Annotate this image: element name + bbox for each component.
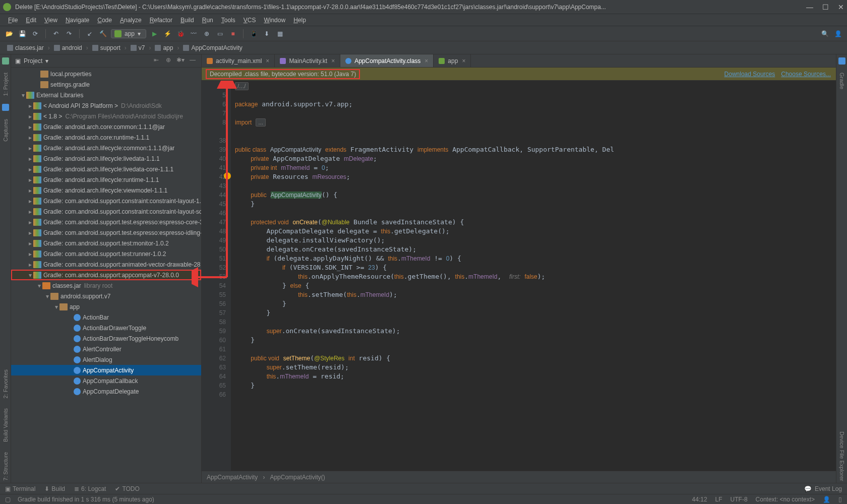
code-editor[interactable]: 4567838394041424344454647484950515253545… [202, 81, 836, 471]
gear-icon[interactable]: ✱▾ [176, 56, 185, 66]
layout-inspector-icon[interactable]: ▦ [275, 29, 285, 39]
tree-item[interactable]: ▸Gradle: android.arch.lifecycle:livedata… [11, 164, 201, 174]
tree-item[interactable]: ▸< 1.8 >C:\Program Files\Android\Android… [11, 111, 201, 121]
tree-item[interactable]: AlertDialog [11, 354, 201, 365]
menu-navigate[interactable]: Navigate [62, 16, 93, 25]
close-tab-icon[interactable]: × [425, 57, 428, 65]
tab-mainactivity-kt[interactable]: MainActivity.kt× [275, 54, 340, 67]
tree-item[interactable]: ▾Gradle: com.android.support:appcompat-v… [11, 270, 201, 280]
menu-tools[interactable]: Tools [217, 16, 239, 25]
back-icon[interactable]: ↙ [85, 29, 95, 39]
tree-item[interactable]: ActionBarDrawerToggleHoneycomb [11, 333, 201, 344]
menu-help[interactable]: Help [289, 16, 310, 25]
sdk-icon[interactable]: ⬇ [262, 29, 272, 39]
tree-item[interactable]: settings.gradle [11, 79, 201, 90]
stop-button[interactable]: ■ [228, 29, 238, 39]
redo-icon[interactable]: ↷ [64, 29, 74, 39]
breadcrumb-app[interactable]: app [152, 43, 176, 52]
download-sources-link[interactable]: Download Sources [724, 71, 775, 78]
menu-edit[interactable]: Edit [22, 16, 40, 25]
apply-changes-icon[interactable]: ⚡ [162, 29, 172, 39]
undo-icon[interactable]: ↶ [51, 29, 61, 39]
event-log-label[interactable]: Event Log [815, 485, 842, 492]
tree-item[interactable]: ▸Gradle: android.arch.core:common:1.1.1@… [11, 121, 201, 132]
hide-icon[interactable]: — [188, 56, 197, 66]
breadcrumb-v7[interactable]: v7 [128, 43, 148, 52]
memory-indicator[interactable]: ▯ [838, 496, 842, 503]
tool-build-variants[interactable]: Build Variants [3, 406, 9, 444]
save-icon[interactable]: 💾 [17, 29, 27, 39]
tool-structure[interactable]: 7: Structure [3, 450, 9, 483]
profile-icon[interactable]: 〰 [189, 29, 199, 39]
minimize-button[interactable]: — [806, 3, 813, 11]
breadcrumb-classes-jar[interactable]: classes.jar [4, 43, 47, 52]
file-encoding[interactable]: UTF-8 [731, 496, 748, 503]
tool-project[interactable]: 1: Project [3, 71, 9, 98]
crumb-class[interactable]: AppCompatActivity [207, 474, 258, 481]
tab-appcompatactivity-class[interactable]: AppCompatActivity.class× [340, 54, 434, 67]
intention-bulb-icon[interactable] [224, 172, 231, 179]
tree-item[interactable]: ▾External Libraries [11, 90, 201, 100]
tree-item[interactable]: ▾android.support.v7 [11, 291, 201, 301]
menu-refactor[interactable]: Refactor [146, 16, 176, 25]
attach-icon[interactable]: ⊕ [202, 29, 212, 39]
menu-analyze[interactable]: Analyze [116, 16, 146, 25]
user-icon[interactable]: 👤 [833, 29, 843, 39]
code-content[interactable]: /.../ package android.support.v7.app; im… [231, 81, 836, 471]
menu-file[interactable]: File [4, 16, 22, 25]
close-tab-icon[interactable]: × [331, 57, 335, 65]
tool-logcat[interactable]: ≣6: Logcat [74, 485, 106, 492]
menu-code[interactable]: Code [93, 16, 116, 25]
tree-item[interactable]: ▸Gradle: android.arch.core:runtime-1.1.1 [11, 132, 201, 143]
tree-item[interactable]: ▸Gradle: android.arch.lifecycle:livedata… [11, 153, 201, 164]
tree-item[interactable]: AlertController [11, 344, 201, 354]
chevron-down-icon[interactable]: ▾ [45, 57, 48, 65]
line-separator[interactable]: LF [715, 496, 722, 503]
tree-item[interactable]: local.properties [11, 69, 201, 79]
menu-vcs[interactable]: VCS [239, 16, 260, 25]
menu-view[interactable]: View [40, 16, 62, 25]
close-button[interactable]: ✕ [838, 3, 844, 11]
crumb-method[interactable]: AppCompatActivity() [270, 474, 325, 481]
gradle-tool-icon[interactable] [838, 57, 845, 65]
breadcrumb-support[interactable]: support [89, 43, 124, 52]
gutter[interactable]: 4567838394041424344454647484950515253545… [202, 81, 231, 471]
tree-item[interactable]: ▾classes.jarlibrary root [11, 280, 201, 291]
breadcrumb-android[interactable]: android [51, 43, 85, 52]
debug-icon[interactable]: 🐞 [175, 29, 186, 39]
search-icon[interactable]: 🔍 [820, 29, 830, 39]
project-tool-icon[interactable] [2, 57, 9, 65]
status-icon[interactable]: ▢ [5, 496, 11, 503]
tree-item[interactable]: AppCompatActivity [11, 365, 201, 375]
tree-item[interactable]: ▸Gradle: com.android.support:animated-ve… [11, 259, 201, 270]
open-icon[interactable]: 📂 [4, 29, 14, 39]
close-tab-icon[interactable]: × [462, 57, 465, 65]
tool-favorites[interactable]: 2: Favorites [3, 367, 9, 400]
tree-item[interactable]: ▸Gradle: android.arch.lifecycle:runtime-… [11, 174, 201, 185]
close-tab-icon[interactable]: × [266, 57, 269, 65]
tool-todo[interactable]: ✔TODO [115, 485, 139, 492]
sync-icon[interactable]: ⟳ [30, 29, 40, 39]
tab-app[interactable]: app× [434, 54, 471, 67]
project-tree[interactable]: local.propertiessettings.gradle▾External… [11, 68, 201, 483]
device-icon[interactable]: ▭ [215, 29, 225, 39]
context-label[interactable]: Context: <no context> [756, 496, 815, 503]
inspections-icon[interactable]: 👤 [823, 496, 830, 503]
tree-item[interactable]: ▸Gradle: android.arch.lifecycle:common:1… [11, 143, 201, 153]
tree-item[interactable]: ▸Gradle: com.android.support.test:runner… [11, 248, 201, 259]
tool-terminal[interactable]: ▣Terminal [5, 485, 35, 492]
tool-captures[interactable]: Captures [3, 117, 9, 144]
tree-item[interactable]: ▸Gradle: com.android.support.test.espres… [11, 217, 201, 227]
maximize-button[interactable]: ☐ [822, 3, 829, 11]
menu-build[interactable]: Build [176, 16, 198, 25]
tree-item[interactable]: ActionBar [11, 312, 201, 323]
run-button[interactable]: ▶ [149, 29, 159, 39]
tree-item[interactable]: ▸Gradle: android.arch.lifecycle:viewmode… [11, 185, 201, 196]
tree-item[interactable]: ▸Gradle: com.android.support.test:monito… [11, 238, 201, 248]
tool-gradle[interactable]: Gradle [839, 71, 845, 91]
caret-position[interactable]: 44:12 [692, 496, 707, 503]
tree-item[interactable]: ActionBarDrawerToggle [11, 323, 201, 333]
tree-item[interactable]: ▸< Android API 28 Platform >D:\Android\S… [11, 100, 201, 111]
locate-icon[interactable]: ⊕ [164, 56, 173, 66]
menu-window[interactable]: Window [260, 16, 289, 25]
